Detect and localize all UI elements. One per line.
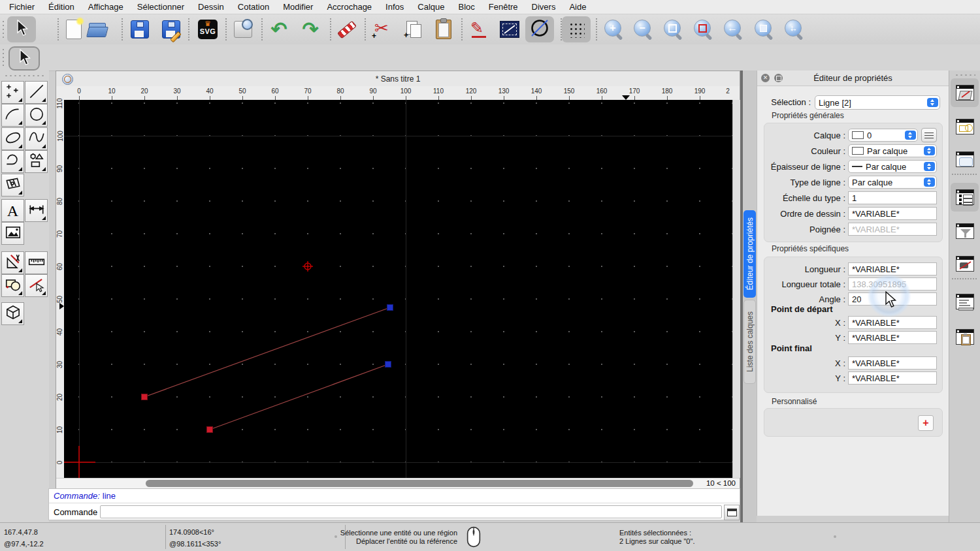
cut-button[interactable]: ✂+ [368,16,397,42]
drawing-canvas[interactable] [64,100,732,478]
selected-line-entity[interactable] [210,364,388,430]
menu-calque[interactable]: Calque [417,2,444,12]
undo-button[interactable]: ↶ [265,16,293,42]
menu-accrochage[interactable]: Accrochage [327,2,372,12]
palette-drag-handle[interactable] [4,74,44,77]
delete-button[interactable] [333,16,361,42]
line-tools-button[interactable] [25,81,48,104]
toolbar-drag-handle[interactable] [1,20,5,39]
property-dropdown[interactable]: 0 [848,129,918,142]
image-tool-button[interactable] [1,222,24,245]
property-dropdown[interactable]: Par calque [848,176,937,189]
ellipse-tools-button[interactable] [1,127,24,150]
end-point-handle[interactable] [385,362,391,368]
menu-fichier[interactable]: Fichier [9,2,35,12]
hatch-tool-button[interactable] [1,174,24,197]
shape-tools-button[interactable] [25,150,48,173]
spline-tools-button[interactable] [25,127,48,150]
menu-bloc[interactable]: Bloc [458,2,474,12]
text-tool-button[interactable]: A [1,199,24,222]
info-tools-button[interactable] [1,274,24,297]
menu-edition[interactable]: Édition [48,2,74,12]
close-icon[interactable]: ✕ [761,74,770,82]
zoom-out-button[interactable]: − [629,16,657,42]
property-dropdown[interactable]: Par calque [848,160,937,173]
panel-tab-layer-list[interactable]: Liste des calques [743,300,756,384]
copy-button[interactable]: + [399,16,428,42]
library-browser-panel-button[interactable] [951,145,979,174]
property-field[interactable]: *VARIABLE* [848,356,937,370]
dropdown-stepper-icon[interactable] [927,98,938,107]
property-field[interactable]: *VARIABLE* [848,207,937,220]
selection-views-panel-button[interactable] [951,112,979,141]
start-point-handle[interactable] [207,427,213,433]
menu-selectionner[interactable]: Sélectionner [137,2,184,12]
command-window-toggle-button[interactable] [724,505,740,520]
dropdown-stepper-icon[interactable] [924,162,935,171]
property-field[interactable]: *VARIABLE* [848,371,937,385]
arc-tools-button[interactable] [1,104,24,127]
save-as-button[interactable] [157,16,186,42]
property-dropdown[interactable]: Par calque [848,144,937,157]
detach-panel-icon[interactable] [774,74,783,82]
property-field[interactable]: *VARIABLE* [848,331,937,344]
horizontal-scrollbar[interactable]: 10 < 100 [56,478,740,489]
select-arrow-option[interactable] [8,46,40,71]
zoom-auto-button[interactable] [659,16,687,42]
property-field[interactable]: *VARIABLE* [848,316,937,329]
selection-dropdown[interactable]: Ligne [2] [815,95,940,110]
circle-tools-button[interactable] [25,104,48,127]
property-field[interactable]: 1 [848,191,937,204]
menu-divers[interactable]: Divers [532,2,556,12]
zoom-selection-button[interactable] [689,16,717,42]
paste-button[interactable] [429,16,458,42]
zoom-in-button[interactable]: + [599,16,628,42]
vertical-scrollbar[interactable] [732,100,740,478]
print-preview-button[interactable] [229,16,257,42]
menu-dessin[interactable]: Dessin [198,2,224,12]
menu-affichage[interactable]: Affichage [88,2,123,12]
redo-button[interactable]: ↷ [296,16,325,42]
menu-cotation[interactable]: Cotation [238,2,269,12]
grid-toggle-button[interactable] [562,16,591,42]
zoom-pan-button[interactable]: ↔↔ [779,16,808,42]
dropdown-stepper-icon[interactable] [924,146,935,155]
start-point-handle[interactable] [142,394,148,400]
end-point-handle[interactable] [387,305,393,311]
menu-infos[interactable]: Infos [385,2,404,12]
dropdown-stepper-icon[interactable] [924,178,935,187]
layer-list-panel-button[interactable] [951,183,979,212]
explode-tools-button[interactable] [25,274,48,297]
open-document-button[interactable] [83,16,112,42]
measure-tool-button[interactable] [25,251,48,274]
menu-fenetre[interactable]: Fenêtre [489,2,518,12]
panel-tab-property-editor[interactable]: Éditeur de propriétés [743,210,756,298]
clipboard-panel-button[interactable] [951,323,979,351]
dimension-tools-button[interactable] [25,199,48,222]
layer-menu-button[interactable] [921,128,937,142]
modify-tools-button[interactable] [1,251,24,274]
point-tools-button[interactable] [1,81,24,104]
dock-drag-handle[interactable] [955,74,975,76]
drawing-window-titlebar[interactable]: * Sans titre 1 [56,71,740,87]
block-tools-button[interactable] [1,302,24,325]
menu-aide[interactable]: Aide [569,2,586,12]
export-svg-button[interactable]: ♛SVG [193,16,222,42]
menu-modifier[interactable]: Modifier [283,2,313,12]
selected-line-entity[interactable] [144,307,390,397]
horizontal-scrollbar-thumb[interactable] [146,480,693,487]
zoom-window-button[interactable] [749,16,778,42]
command-window-panel-button[interactable] [951,287,979,316]
selection-filter-panel-button[interactable] [951,217,979,245]
snap-circle-button[interactable] [525,16,554,42]
zoom-previous-button[interactable]: ← [719,16,747,42]
dropdown-stepper-icon[interactable] [905,131,916,140]
selection-rectangle-button[interactable] [495,16,524,42]
add-custom-property-button[interactable]: + [918,415,934,431]
polyline-tools-button[interactable] [1,150,24,173]
options-bar-drag-handle[interactable] [1,48,5,67]
command-input[interactable] [100,505,722,518]
property-field[interactable]: *VARIABLE* [848,223,937,236]
block-list-panel-button[interactable] [951,249,979,278]
save-button[interactable] [125,16,154,42]
